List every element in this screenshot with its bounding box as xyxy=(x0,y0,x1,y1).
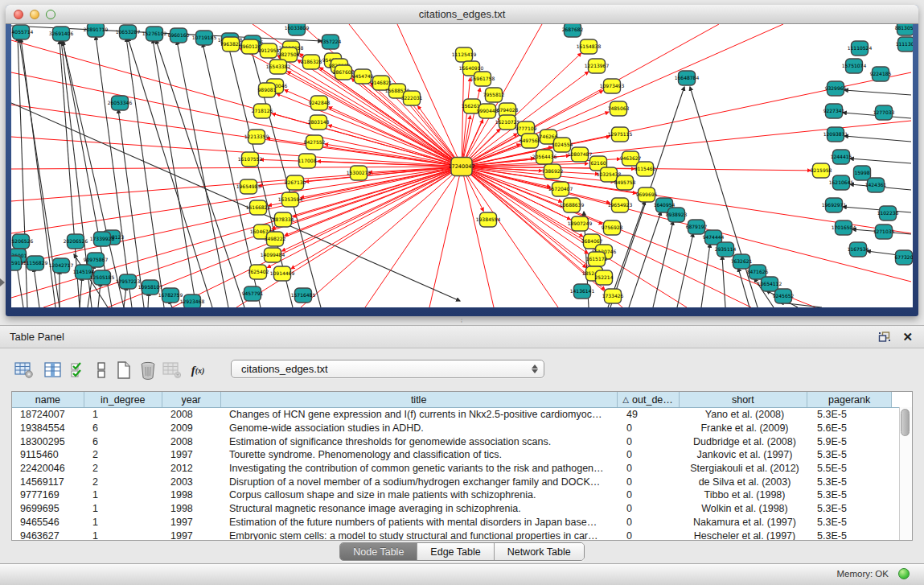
show-columns-button[interactable] xyxy=(42,359,64,381)
graph-node[interactable]: 1167534 xyxy=(848,242,869,257)
splitter-handle[interactable]: ⁞ xyxy=(458,319,465,323)
graph-node[interactable]: 6879197 xyxy=(686,220,708,234)
graph-node[interactable]: 9224185 xyxy=(870,67,892,81)
graph-node[interactable]: 10719185 xyxy=(192,31,217,45)
column-header-pagerank[interactable]: pagerank xyxy=(807,392,892,407)
graph-node[interactable]: 252214 xyxy=(595,270,614,285)
graph-node[interactable]: 7955812 xyxy=(483,88,505,102)
node-table[interactable]: namein_degreeyeartitle△out_de…shortpager… xyxy=(11,391,913,541)
tab-edge-table[interactable]: Edge Table xyxy=(417,543,494,560)
graph-node[interactable]: 12213359 xyxy=(244,130,269,144)
graph-node[interactable]: 12975115 xyxy=(608,127,633,142)
graph-node[interactable]: 25206526 xyxy=(11,234,33,249)
graph-node[interactable]: 14136141 xyxy=(570,284,595,299)
function-builder-button[interactable]: f(x) xyxy=(187,359,209,381)
graph-node[interactable]: 19384554 xyxy=(476,212,501,227)
graph-node[interactable]: 12213967 xyxy=(585,59,610,73)
network-graph[interactable]: 1405571432691406208917191065328715276102… xyxy=(11,24,913,307)
column-header-name[interactable]: name xyxy=(12,392,84,407)
graph-node[interactable]: 1111306 xyxy=(896,37,913,51)
graph-node[interactable]: 8215958 xyxy=(811,163,832,178)
graph-node[interactable]: 12505185 xyxy=(90,270,115,285)
graph-node[interactable]: 8186328 xyxy=(301,55,322,69)
graph-node[interactable]: 8813054 xyxy=(895,24,913,35)
delete-column-button[interactable] xyxy=(137,359,159,381)
graph-node[interactable]: 1271035 xyxy=(873,225,895,239)
float-panel-icon[interactable] xyxy=(878,332,891,343)
graph-node[interactable]: 10914469 xyxy=(270,266,295,281)
graph-node[interactable]: 19692971 xyxy=(822,198,847,212)
graph-node[interactable]: 9242848 xyxy=(309,96,331,110)
graph-node[interactable]: 9115460 xyxy=(634,162,656,176)
graph-node[interactable]: 19654985 xyxy=(236,179,261,194)
graph-node[interactable]: 10688639 xyxy=(560,198,585,212)
graph-node[interactable]: 15716485 xyxy=(291,288,316,303)
table-row[interactable]: 1872400712008Changes of HCN gene express… xyxy=(12,408,912,422)
graph-node[interactable]: 7357224 xyxy=(320,35,342,49)
network-canvas[interactable]: 1405571432691406208917191065328715276102… xyxy=(11,24,913,307)
graph-node[interactable]: 11125419 xyxy=(452,47,477,62)
graph-node[interactable]: 6960160 xyxy=(168,28,190,43)
graph-node[interactable]: 10973493 xyxy=(600,79,625,93)
graph-node[interactable]: 16107552 xyxy=(238,152,263,167)
graph-node[interactable]: 11110524 xyxy=(848,41,873,56)
graph-node[interactable]: 8878334 xyxy=(273,212,294,227)
graph-node[interactable]: 2718126 xyxy=(252,104,273,118)
column-header-year[interactable]: year xyxy=(162,392,221,407)
graph-node[interactable]: 677320 xyxy=(895,250,913,265)
graph-node[interactable]: 15998 xyxy=(854,166,871,180)
row-height-button[interactable] xyxy=(90,359,113,381)
graph-node[interactable]: 7485063 xyxy=(608,101,630,116)
close-panel-icon[interactable]: ✕ xyxy=(902,331,913,343)
graph-node[interactable]: 989081 xyxy=(258,83,277,97)
table-row[interactable]: 1830029562008Estimation of significance … xyxy=(12,435,912,448)
graph-node[interactable]: 8495758 xyxy=(614,175,636,190)
graph-node[interactable]: 9227341 xyxy=(823,104,845,118)
new-column-button[interactable] xyxy=(113,359,135,381)
graph-node[interactable]: 9756928 xyxy=(602,220,623,235)
graph-node[interactable]: 15300275 xyxy=(347,166,372,180)
graph-node[interactable]: 17016504 xyxy=(832,220,856,235)
graph-node[interactable]: 1024554 xyxy=(552,138,573,152)
graph-node[interactable]: 1733426 xyxy=(602,289,624,303)
graph-node[interactable]: 6497568 xyxy=(519,134,541,148)
graph-node[interactable]: 16961758 xyxy=(470,72,495,86)
hub-node[interactable]: 17240047 xyxy=(448,158,474,176)
tab-network-table[interactable]: Network Table xyxy=(495,543,584,560)
graph-node[interactable]: 1424361 xyxy=(865,178,887,192)
column-header-in_degree[interactable]: in_degree xyxy=(84,392,162,407)
graph-node[interactable]: 7386922 xyxy=(542,164,564,179)
graph-node[interactable]: 10807487 xyxy=(568,147,593,162)
graph-node[interactable]: 16353594 xyxy=(278,192,303,207)
graph-node[interactable]: 3222031 xyxy=(401,91,423,105)
panel-collapse-arrow-icon[interactable] xyxy=(0,278,5,286)
graph-node[interactable]: 17957223 xyxy=(116,274,141,289)
graph-node[interactable]: 16210645 xyxy=(829,175,854,190)
tab-node-table[interactable]: Node Table xyxy=(340,543,417,560)
graph-node[interactable]: 8938923 xyxy=(666,208,688,222)
graph-node[interactable]: 3498222 xyxy=(265,232,286,246)
graph-node[interactable]: 14055714 xyxy=(11,25,33,39)
graph-node[interactable]: 9245652 xyxy=(773,289,795,303)
graph-node[interactable]: 15276102 xyxy=(142,27,167,41)
graph-node[interactable]: 10653287 xyxy=(116,25,141,39)
graph-node[interactable]: 9990448 xyxy=(477,104,499,118)
graph-node[interactable]: 8427552 xyxy=(304,135,326,150)
graph-node[interactable]: 12042717 xyxy=(49,258,74,273)
table-scrollbar[interactable] xyxy=(899,407,912,540)
graph-node[interactable]: 26053346 xyxy=(108,96,133,110)
graph-node[interactable]: 16648784 xyxy=(675,71,700,85)
graph-node[interactable]: 19654923 xyxy=(608,198,633,212)
graph-node[interactable]: 20891719 xyxy=(84,24,109,37)
graph-node[interactable]: 16033809 xyxy=(285,24,310,35)
graph-node[interactable]: 2803148 xyxy=(308,115,330,130)
graph-node[interactable]: 2867608 xyxy=(333,65,355,80)
graph-node[interactable]: 12923468 xyxy=(180,295,205,307)
graph-node[interactable]: 7625402 xyxy=(248,265,269,279)
column-header-title[interactable]: title xyxy=(221,392,618,407)
table-row[interactable]: 969969511998Structural magnetic resonanc… xyxy=(12,502,912,516)
graph-node[interactable]: 1277033 xyxy=(873,105,895,120)
graph-node[interactable]: 8912954 xyxy=(258,43,280,58)
graph-node[interactable]: 7963822 xyxy=(220,37,242,51)
column-header-short[interactable]: short xyxy=(680,392,808,407)
